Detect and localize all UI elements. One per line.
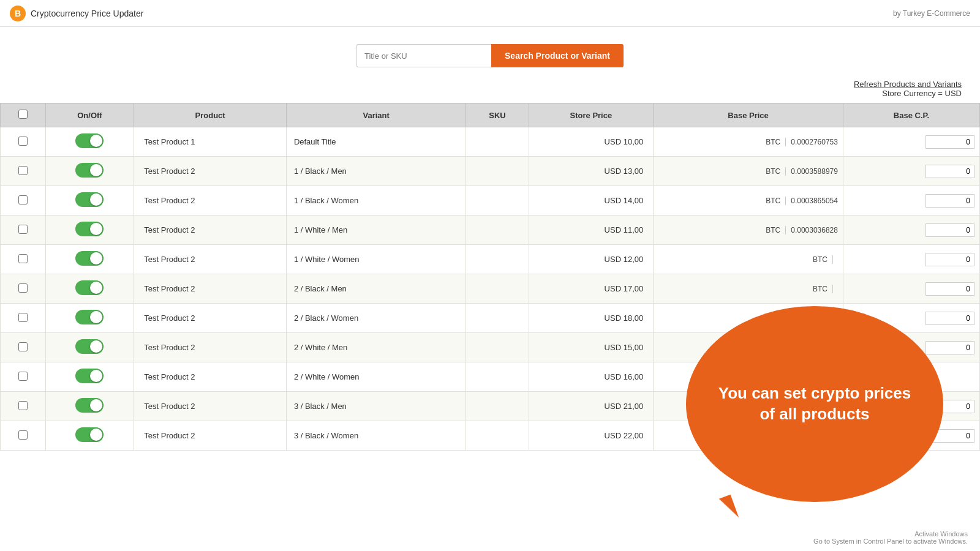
base-cp-cell bbox=[843, 216, 979, 245]
on-off-toggle[interactable] bbox=[75, 192, 104, 207]
on-off-toggle[interactable] bbox=[75, 133, 104, 148]
base-cp-input[interactable] bbox=[925, 400, 974, 413]
base-price-cell: BTC bbox=[654, 245, 843, 274]
base-cp-input[interactable] bbox=[925, 135, 974, 149]
search-button[interactable]: Search Product or Variant bbox=[491, 44, 624, 67]
base-cp-cell bbox=[843, 157, 979, 186]
on-off-toggle[interactable] bbox=[75, 310, 104, 324]
table-row: Test Product 22 / White / MenUSD 15,00BT… bbox=[1, 333, 980, 362]
sku-cell bbox=[466, 392, 529, 421]
btc-label: BTC bbox=[813, 314, 833, 323]
row-checkbox-cell bbox=[1, 421, 46, 451]
sku-cell bbox=[466, 216, 529, 245]
base-cp-cell bbox=[843, 304, 979, 333]
toggle-cell bbox=[45, 333, 134, 362]
row-checkbox[interactable] bbox=[18, 225, 28, 234]
base-cp-cell bbox=[843, 392, 979, 421]
table-row: Test Product 23 / Black / WomenUSD 22,00… bbox=[1, 421, 980, 451]
base-price-cell: BTC bbox=[654, 304, 843, 333]
search-input[interactable] bbox=[356, 44, 491, 67]
btc-value: 0.0003865054 bbox=[791, 197, 838, 205]
row-checkbox[interactable] bbox=[18, 313, 28, 322]
store-price-cell: USD 12,00 bbox=[529, 245, 654, 274]
products-table-wrapper: On/Off Product Variant SKU Store Price B… bbox=[0, 103, 980, 451]
table-row: Test Product 21 / Black / MenUSD 13,00BT… bbox=[1, 157, 980, 186]
refresh-link[interactable]: Refresh Products and Variants bbox=[854, 80, 962, 89]
variant-cell: 1 / Black / Women bbox=[286, 186, 466, 216]
product-name-cell: Test Product 2 bbox=[134, 245, 287, 274]
variant-cell: 3 / Black / Men bbox=[286, 392, 466, 421]
base-cp-input[interactable] bbox=[925, 253, 974, 266]
base-cp-input[interactable] bbox=[925, 223, 974, 237]
variant-cell: 3 / Black / Women bbox=[286, 421, 466, 451]
row-checkbox[interactable] bbox=[18, 195, 28, 204]
variant-cell: 2 / White / Men bbox=[286, 333, 466, 362]
row-checkbox-cell bbox=[1, 392, 46, 421]
row-checkbox[interactable] bbox=[18, 401, 28, 410]
toggle-cell bbox=[45, 274, 134, 304]
sku-cell bbox=[466, 186, 529, 216]
app-header: B Cryptocurrency Price Updater by Turkey… bbox=[0, 0, 980, 27]
variant-cell: Default Title bbox=[286, 127, 466, 157]
on-off-toggle[interactable] bbox=[75, 280, 104, 295]
row-checkbox[interactable] bbox=[18, 342, 28, 351]
variant-cell: 1 / White / Women bbox=[286, 245, 466, 274]
sku-cell bbox=[466, 274, 529, 304]
product-name-cell: Test Product 2 bbox=[134, 421, 287, 451]
product-name-cell: Test Product 2 bbox=[134, 274, 287, 304]
header-left: B Cryptocurrency Price Updater bbox=[10, 6, 143, 21]
on-off-toggle[interactable] bbox=[75, 222, 104, 236]
col-base-cp: Base C.P. bbox=[843, 103, 979, 127]
btc-value: 0.0003036828 bbox=[791, 226, 838, 234]
base-cp-cell bbox=[843, 186, 979, 216]
select-all-checkbox[interactable] bbox=[18, 110, 28, 119]
row-checkbox-cell bbox=[1, 186, 46, 216]
base-cp-input[interactable] bbox=[925, 165, 974, 178]
row-checkbox-cell bbox=[1, 304, 46, 333]
on-off-toggle[interactable] bbox=[75, 339, 104, 354]
table-row: Test Product 21 / Black / WomenUSD 14,00… bbox=[1, 186, 980, 216]
toggle-cell bbox=[45, 362, 134, 392]
row-checkbox[interactable] bbox=[18, 430, 28, 440]
table-row: Test Product 23 / Black / MenUSD 21,00B bbox=[1, 392, 980, 421]
base-cp-input[interactable] bbox=[925, 429, 974, 443]
on-off-toggle[interactable] bbox=[75, 251, 104, 266]
variant-cell: 1 / Black / Men bbox=[286, 157, 466, 186]
base-price-cell bbox=[654, 362, 843, 392]
on-off-toggle[interactable] bbox=[75, 427, 104, 442]
product-name-cell: Test Product 2 bbox=[134, 186, 287, 216]
toggle-cell bbox=[45, 157, 134, 186]
on-off-toggle[interactable] bbox=[75, 398, 104, 413]
col-store-price: Store Price bbox=[529, 103, 654, 127]
row-checkbox[interactable] bbox=[18, 372, 28, 381]
row-checkbox[interactable] bbox=[18, 283, 28, 293]
btc-label: BTC bbox=[766, 226, 786, 234]
toggle-cell bbox=[45, 421, 134, 451]
btc-label: BTC bbox=[813, 343, 833, 352]
table-header: On/Off Product Variant SKU Store Price B… bbox=[1, 103, 980, 127]
row-checkbox[interactable] bbox=[18, 137, 28, 146]
row-checkbox-cell bbox=[1, 127, 46, 157]
store-price-cell: USD 13,00 bbox=[529, 157, 654, 186]
base-cp-cell bbox=[843, 274, 979, 304]
on-off-toggle[interactable] bbox=[75, 369, 104, 383]
btc-label: BTC bbox=[813, 285, 833, 293]
btc-label: BTC bbox=[766, 197, 786, 205]
base-cp-input[interactable] bbox=[925, 341, 974, 354]
row-checkbox-cell bbox=[1, 245, 46, 274]
variant-cell: 1 / White / Men bbox=[286, 216, 466, 245]
sku-cell bbox=[466, 127, 529, 157]
btc-label: BTC bbox=[766, 432, 786, 440]
row-checkbox[interactable] bbox=[18, 254, 28, 263]
base-price-cell: BTC0.0003588979 bbox=[654, 157, 843, 186]
base-cp-input[interactable] bbox=[925, 312, 974, 325]
btc-value: 0.0003588979 bbox=[791, 167, 838, 176]
base-cp-input[interactable] bbox=[925, 194, 974, 208]
base-price-cell: BTC bbox=[654, 333, 843, 362]
on-off-toggle[interactable] bbox=[75, 163, 104, 178]
row-checkbox[interactable] bbox=[18, 166, 28, 175]
base-cp-input[interactable] bbox=[925, 282, 974, 296]
store-currency: Store Currency = USD bbox=[882, 89, 962, 98]
row-checkbox-cell bbox=[1, 274, 46, 304]
sku-cell bbox=[466, 304, 529, 333]
